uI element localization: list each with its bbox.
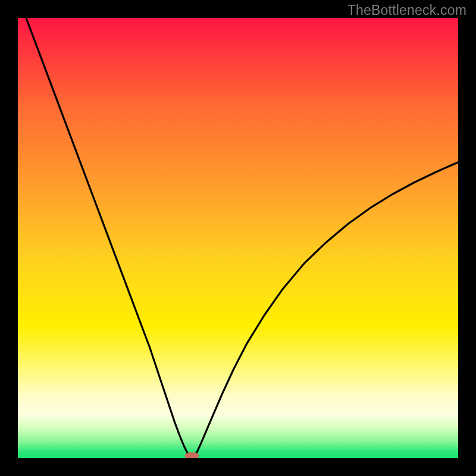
watermark-text: TheBottleneck.com (347, 2, 466, 18)
chart-svg (18, 18, 458, 458)
plot-area (18, 18, 458, 458)
chart-frame: TheBottleneck.com (0, 0, 476, 476)
gradient-background (18, 18, 458, 458)
